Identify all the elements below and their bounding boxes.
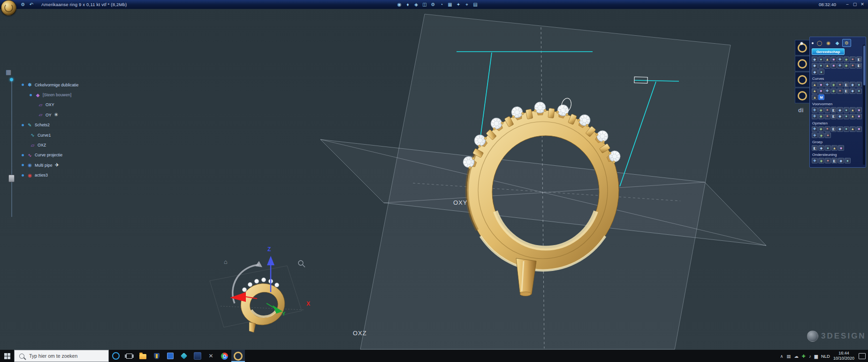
view-toolbar-icon[interactable]: ⚙ bbox=[429, 0, 437, 9]
tray-icon[interactable]: ♪ bbox=[809, 354, 811, 359]
dark-app-button[interactable] bbox=[190, 350, 204, 362]
tool-icon[interactable]: ◆ bbox=[812, 69, 818, 75]
tray-icon[interactable]: ▆ bbox=[815, 354, 818, 359]
tool-icon[interactable]: ■ bbox=[856, 114, 862, 119]
timeline-slider[interactable] bbox=[8, 175, 15, 182]
tool-icon[interactable]: ■ bbox=[856, 107, 862, 113]
close-app-button[interactable]: ✕ bbox=[204, 350, 218, 362]
tool-icon[interactable]: ◆ bbox=[837, 126, 843, 132]
tool-icon[interactable]: ▲ bbox=[812, 94, 818, 100]
tool-icon[interactable]: ✦ bbox=[850, 56, 856, 62]
tool-icon[interactable]: ◧ bbox=[812, 145, 818, 151]
tool-icon[interactable]: ▲ bbox=[812, 88, 818, 94]
tool-icon[interactable]: ◧ bbox=[831, 107, 837, 113]
viewport-3d[interactable] bbox=[0, 0, 868, 362]
view-toolbar-icon[interactable]: ◉ bbox=[395, 0, 404, 9]
tool-icon[interactable]: ✦ bbox=[850, 63, 856, 69]
tool-icon[interactable]: ● bbox=[825, 145, 831, 151]
tree-item[interactable]: ◉acties3 bbox=[19, 170, 113, 180]
tool-icon[interactable]: ◧ bbox=[856, 56, 862, 62]
panel-tab-icon[interactable]: ◆ bbox=[833, 39, 841, 46]
tray-icon[interactable]: ✚ bbox=[802, 354, 806, 359]
panel-tab-icon[interactable]: ◉ bbox=[824, 39, 832, 46]
scrollbar-thumb[interactable] bbox=[863, 46, 865, 85]
tool-icon[interactable]: ◆ bbox=[838, 158, 844, 163]
panel-tab-icon[interactable]: ⚙ bbox=[842, 39, 851, 47]
tree-item[interactable]: ▱OXY bbox=[19, 100, 113, 110]
tool-icon[interactable]: ◆ bbox=[850, 88, 856, 94]
chrome-button[interactable] bbox=[218, 350, 231, 362]
view-toolbar-icon[interactable]: ▦ bbox=[446, 0, 454, 9]
tool-icon[interactable]: ✦ bbox=[824, 126, 830, 132]
language-indicator[interactable]: NLD bbox=[821, 354, 830, 359]
tree-item[interactable]: ▱OY✳ bbox=[19, 110, 113, 120]
close-button[interactable]: ✕ bbox=[859, 0, 866, 9]
teal-app-button[interactable] bbox=[177, 350, 190, 362]
tray-clock[interactable]: 16:44 10/10/2020 bbox=[833, 351, 854, 361]
view-toolbar-icon[interactable]: ◫ bbox=[420, 0, 429, 9]
view-toolbar-icon[interactable]: ▤ bbox=[471, 0, 480, 9]
tree-item[interactable]: ∿Curve1 bbox=[19, 130, 113, 140]
tray-icon[interactable]: ☁ bbox=[794, 354, 799, 359]
cortana-button[interactable] bbox=[109, 350, 122, 362]
tree-item[interactable]: ∿Curve projectie bbox=[19, 150, 113, 160]
tool-icon[interactable]: ● bbox=[856, 82, 862, 87]
security-app-button[interactable] bbox=[150, 350, 163, 362]
file-explorer-button[interactable] bbox=[136, 350, 150, 362]
library-tab-ring2[interactable] bbox=[795, 88, 810, 103]
tool-icon[interactable]: ✚ bbox=[812, 158, 818, 163]
search-input[interactable] bbox=[28, 353, 105, 359]
blue-app-button[interactable] bbox=[163, 350, 177, 362]
library-tab-ring-gem[interactable] bbox=[795, 40, 810, 55]
maximize-button[interactable]: ▢ bbox=[851, 0, 859, 9]
tool-icon[interactable]: ◈ bbox=[844, 56, 850, 62]
tool-icon[interactable]: ✚ bbox=[837, 56, 843, 62]
tool-icon[interactable]: ▲ bbox=[812, 82, 818, 87]
tool-icon[interactable]: ◈ bbox=[844, 63, 850, 69]
tool-icon[interactable]: ✚ bbox=[812, 126, 818, 132]
tool-icon[interactable]: ✚ bbox=[824, 88, 830, 94]
tree-item[interactable]: ◉Multi pipe✈ bbox=[19, 160, 113, 170]
tool-icon[interactable]: ◧ bbox=[831, 158, 838, 163]
task-view-button[interactable] bbox=[122, 350, 136, 362]
tool-icon[interactable]: ■ bbox=[831, 63, 837, 69]
tool-icon[interactable]: ◧ bbox=[844, 82, 850, 87]
tree-grid-icon[interactable]: ▦ bbox=[6, 69, 11, 76]
tool-icon[interactable]: ✦ bbox=[837, 82, 843, 87]
titlebar-tool-icon[interactable]: ⚙ bbox=[19, 0, 27, 9]
tool-icon[interactable]: ● bbox=[844, 126, 850, 132]
tool-icon[interactable]: ✦ bbox=[824, 107, 830, 113]
tool-icon[interactable]: ▲ bbox=[831, 145, 838, 151]
view-toolbar-icon[interactable]: ♦ bbox=[404, 0, 412, 9]
tool-icon[interactable]: ◆ bbox=[818, 145, 824, 151]
tool-icon[interactable]: ▲ bbox=[824, 56, 830, 62]
tool-icon[interactable]: ◈ bbox=[831, 88, 837, 94]
action-center-icon[interactable] bbox=[859, 353, 866, 359]
tool-icon[interactable]: ◈ bbox=[818, 132, 824, 138]
tool-icon[interactable]: ■ bbox=[818, 82, 824, 87]
tree-item[interactable]: ◆[Steen bouwen] bbox=[19, 90, 113, 100]
tool-icon[interactable]: M bbox=[818, 94, 824, 100]
tool-icon[interactable]: ✚ bbox=[824, 82, 830, 87]
tool-icon[interactable]: ◆ bbox=[812, 63, 818, 69]
panel-scrollbar[interactable] bbox=[863, 45, 865, 165]
minimize-button[interactable]: – bbox=[844, 0, 851, 9]
tool-icon[interactable]: ✚ bbox=[837, 63, 843, 69]
tool-icon[interactable]: ◧ bbox=[831, 126, 837, 132]
library-tab-ring[interactable] bbox=[795, 72, 810, 87]
tool-icon[interactable]: ◈ bbox=[818, 158, 824, 163]
tool-icon[interactable]: ● bbox=[844, 107, 850, 113]
tool-icon[interactable]: ◆ bbox=[850, 82, 856, 87]
view-toolbar-icon[interactable]: ◈ bbox=[412, 0, 420, 9]
3design-app-button[interactable] bbox=[231, 350, 245, 362]
view-toolbar-icon[interactable]: ⌖ bbox=[463, 0, 471, 9]
tree-item[interactable]: ✽Cirkelvormige dublicatie bbox=[19, 80, 113, 90]
tool-icon[interactable]: ● bbox=[818, 56, 824, 62]
tool-icon[interactable]: ✦ bbox=[825, 158, 831, 163]
tool-icon[interactable]: ■ bbox=[838, 145, 844, 151]
tool-icon[interactable]: ◆ bbox=[837, 114, 843, 119]
mini-navigator[interactable] bbox=[210, 256, 305, 332]
tool-icon[interactable]: ● bbox=[818, 63, 824, 69]
tool-icon[interactable]: ◆ bbox=[837, 107, 843, 113]
tree-item[interactable]: ▱OXZ bbox=[19, 140, 113, 150]
